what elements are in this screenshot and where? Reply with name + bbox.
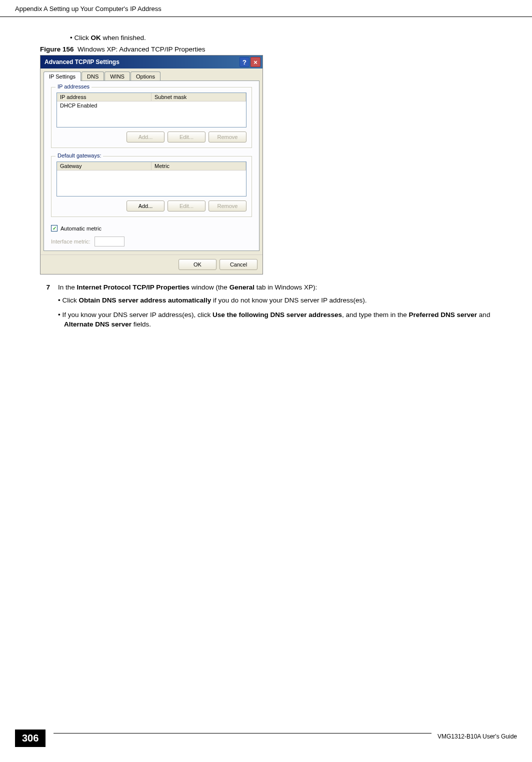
- edit-button: Edit...: [168, 132, 206, 142]
- interface-metric-label: Interface metric:: [51, 238, 90, 244]
- step-text: In the Internet Protocol TCP/IP Properti…: [58, 284, 492, 291]
- instruction-bullet: Click OK when finished.: [70, 34, 492, 42]
- tab-panel: IP addresses IP address Subnet mask DHCP…: [44, 80, 260, 251]
- automatic-metric-row: ✓ Automatic metric: [51, 225, 252, 232]
- text-bold: Alternate DNS server: [64, 320, 132, 328]
- text-part: In the: [58, 284, 77, 291]
- help-icon[interactable]: ?: [240, 57, 250, 67]
- tab-ip-settings[interactable]: IP Settings: [44, 72, 81, 81]
- cancel-button[interactable]: Cancel: [220, 259, 258, 270]
- ip-listview[interactable]: IP address Subnet mask DHCP Enabled: [56, 92, 246, 128]
- text-bold: Internet Protocol TCP/IP Properties: [77, 284, 190, 291]
- text-bold: OK: [90, 34, 100, 42]
- default-gateways-group: Default gateways: Gateway Metric Add... …: [51, 156, 252, 217]
- figure-label: Figure 156: [40, 46, 74, 53]
- figure-caption: Figure 156 Windows XP: Advanced TCP/IP P…: [40, 46, 492, 53]
- page-footer: 306 VMG1312-B10A User's Guide: [15, 730, 517, 747]
- col-subnet-mask[interactable]: Subnet mask: [152, 93, 246, 102]
- col-gateway[interactable]: Gateway: [57, 162, 152, 170]
- add-button: Add...: [126, 132, 164, 142]
- text-bold: Use the following DNS server addresses: [212, 311, 342, 318]
- col-ip-address[interactable]: IP address: [57, 93, 152, 102]
- titlebar: Advanced TCP/IP Settings ? ×: [40, 56, 262, 68]
- edit-button: Edit...: [168, 200, 206, 212]
- gateway-listview[interactable]: Gateway Metric: [56, 162, 246, 196]
- text-part: , and type them in the: [342, 311, 409, 318]
- text-part: fields.: [132, 320, 151, 328]
- remove-button: Remove: [208, 200, 246, 212]
- ip-addresses-group: IP addresses IP address Subnet mask DHCP…: [51, 87, 252, 148]
- text-part: If you know your DNS server IP address(e…: [62, 311, 212, 318]
- dialog-title: Advanced TCP/IP Settings: [42, 58, 238, 66]
- interface-metric-row: Interface metric:: [51, 236, 252, 246]
- text-part: window (the: [190, 284, 230, 291]
- text-part: Click: [74, 34, 90, 42]
- step-number: 7: [40, 284, 58, 291]
- text-part: if you do not know your DNS server IP ad…: [211, 296, 366, 304]
- text-part: when finished.: [101, 34, 146, 42]
- add-button[interactable]: Add...: [126, 200, 164, 212]
- checkbox-icon[interactable]: ✓: [51, 225, 58, 232]
- list-header: IP address Subnet mask: [57, 93, 246, 102]
- dialog-window: Advanced TCP/IP Settings ? × IP Settings…: [40, 55, 263, 274]
- text-bold: Preferred DNS server: [409, 311, 478, 318]
- remove-button: Remove: [208, 132, 246, 142]
- guide-name: VMG1312-B10A User's Guide: [432, 733, 517, 740]
- group-title: Default gateways:: [56, 152, 103, 158]
- page-number: 306: [15, 730, 46, 747]
- text-bold: General: [230, 284, 254, 291]
- text-part: tab in Windows XP):: [254, 284, 317, 291]
- tab-options[interactable]: Options: [130, 72, 160, 81]
- checkbox-label: Automatic metric: [60, 226, 102, 232]
- list-row[interactable]: DHCP Enabled: [57, 102, 246, 110]
- tab-wins[interactable]: WINS: [104, 72, 130, 81]
- close-icon[interactable]: ×: [250, 57, 260, 67]
- step-7: 7 In the Internet Protocol TCP/IP Proper…: [40, 284, 492, 291]
- list-header: Gateway Metric: [57, 162, 246, 170]
- sub-bullet-2: If you know your DNS server IP address(e…: [58, 310, 492, 330]
- text-part: and: [477, 311, 490, 318]
- running-header: Appendix A Setting up Your Computer's IP…: [15, 5, 517, 12]
- ok-button[interactable]: OK: [178, 259, 216, 270]
- text-part: Click: [62, 296, 78, 304]
- group-title: IP addresses: [56, 84, 92, 90]
- col-metric[interactable]: Metric: [152, 162, 246, 170]
- footer-rule: [54, 733, 432, 734]
- interface-metric-input: [94, 236, 124, 246]
- sub-bullet-1: Click Obtain DNS server address automati…: [58, 296, 492, 306]
- tab-strip: IP Settings DNS WINS Options: [40, 68, 262, 81]
- text-bold: Obtain DNS server address automatically: [78, 296, 211, 304]
- dialog-footer: OK Cancel: [40, 254, 262, 274]
- figure-text: Windows XP: Advanced TCP/IP Properties: [78, 46, 205, 53]
- tab-dns[interactable]: DNS: [82, 72, 104, 81]
